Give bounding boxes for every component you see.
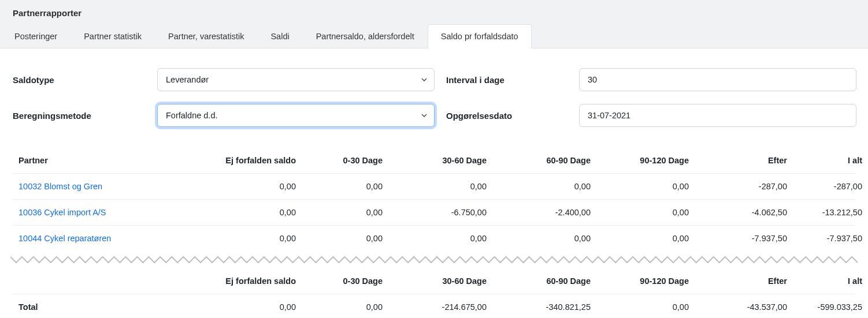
cell-0-30: 0,00 (302, 174, 388, 199)
col-30-60: 30-60 Dage (388, 148, 492, 173)
cell-90-120: 0,00 (596, 200, 695, 225)
table-header-row: Partner Ej forfalden saldo 0-30 Dage 30-… (13, 148, 855, 173)
fcol-60-90: 60-90 Dage (492, 268, 596, 294)
col-total: I alt (793, 148, 868, 173)
truncation-tear (10, 251, 858, 268)
cell-not-due: 0,00 (186, 174, 302, 199)
interval-input-wrap (579, 68, 856, 91)
tab-partner-varestatistik[interactable]: Partner, varestatistik (155, 24, 257, 48)
interval-label: Interval i dage (435, 75, 579, 85)
fcol-total: I alt (793, 268, 868, 294)
table-footer-header-row: Ej forfalden saldo 0-30 Dage 30-60 Dage … (13, 268, 855, 294)
total-0-30: 0,00 (302, 294, 388, 318)
total-total: -599.033,25 (793, 294, 868, 318)
fcol-90-120: 90-120 Dage (596, 268, 695, 294)
partner-link[interactable]: 10032 Blomst og Gren (13, 174, 186, 199)
cell-total: -7.937,50 (793, 226, 868, 251)
tab-partnersaldo-aldersfordelt[interactable]: Partnersaldo, aldersfordelt (303, 24, 428, 48)
partner-link[interactable]: 10044 Cykel reparatøren (13, 226, 186, 251)
col-not-due: Ej forfalden saldo (186, 148, 302, 173)
cell-0-30: 0,00 (302, 200, 388, 225)
saldotype-label: Saldotype (13, 75, 157, 85)
saldotype-select[interactable]: Leverandør (157, 68, 435, 91)
tab-posteringer[interactable]: Posteringer (1, 24, 71, 48)
tab-content: Saldotype Leverandør Interval i dage Ber… (0, 48, 868, 318)
table-total-row: Total 0,00 0,00 -214.675,00 -340.821,25 … (13, 294, 855, 318)
cell-after: -287,00 (695, 174, 793, 199)
total-label: Total (13, 294, 186, 318)
saldotype-select-wrap: Leverandør (157, 68, 435, 91)
partner-link[interactable]: 10036 Cykel import A/S (13, 200, 186, 225)
fcol-0-30: 0-30 Dage (302, 268, 388, 294)
cell-total: -287,00 (793, 174, 868, 199)
total-30-60: -214.675,00 (388, 294, 492, 318)
total-90-120: 0,00 (596, 294, 695, 318)
cell-90-120: 0,00 (596, 174, 695, 199)
tab-partner-statistik[interactable]: Partner statistik (71, 24, 155, 48)
cell-30-60: 0,00 (388, 226, 492, 251)
fcol-30-60: 30-60 Dage (388, 268, 492, 294)
table-row: 10036 Cykel import A/S 0,00 0,00 -6.750,… (13, 199, 855, 225)
tab-saldo-pr-forfaldsdato[interactable]: Saldo pr forfaldsdato (428, 24, 532, 48)
opgorelsesdato-input-wrap (579, 104, 856, 127)
opgorelsesdato-label: Opgørelsesdato (435, 111, 579, 121)
cell-0-30: 0,00 (302, 226, 388, 251)
col-90-120: 90-120 Dage (596, 148, 695, 173)
filter-form: Saldotype Leverandør Interval i dage Ber… (13, 68, 855, 127)
opgorelsesdato-input[interactable] (579, 104, 856, 127)
cell-60-90: -2.400,00 (492, 200, 596, 225)
tab-saldi[interactable]: Saldi (257, 24, 302, 48)
total-after: -43.537,00 (695, 294, 793, 318)
cell-30-60: 0,00 (388, 174, 492, 199)
cell-90-120: 0,00 (596, 226, 695, 251)
tab-bar: Posteringer Partner statistik Partner, v… (0, 24, 868, 48)
col-0-30: 0-30 Dage (302, 148, 388, 173)
cell-60-90: 0,00 (492, 174, 596, 199)
cell-30-60: -6.750,00 (388, 200, 492, 225)
cell-not-due: 0,00 (186, 226, 302, 251)
page-title: Partnerrapporter (13, 8, 855, 18)
cell-total: -13.212,50 (793, 200, 868, 225)
cell-60-90: 0,00 (492, 226, 596, 251)
table-row: 10044 Cykel reparatøren 0,00 0,00 0,00 0… (13, 225, 855, 251)
table-row: 10032 Blomst og Gren 0,00 0,00 0,00 0,00… (13, 173, 855, 199)
interval-input[interactable] (579, 68, 856, 91)
fcol-not-due: Ej forfalden saldo (186, 268, 302, 294)
cell-after: -7.937,50 (695, 226, 793, 251)
beregningsmetode-label: Beregningsmetode (13, 111, 157, 121)
beregningsmetode-select[interactable]: Forfaldne d.d. (157, 104, 435, 127)
cell-after: -4.062,50 (695, 200, 793, 225)
page-header: Partnerrapporter (0, 0, 868, 24)
col-partner: Partner (13, 148, 186, 173)
col-after: Efter (695, 148, 793, 173)
total-60-90: -340.821,25 (492, 294, 596, 318)
total-not-due: 0,00 (186, 294, 302, 318)
aging-table: Partner Ej forfalden saldo 0-30 Dage 30-… (13, 148, 855, 318)
cell-not-due: 0,00 (186, 200, 302, 225)
col-60-90: 60-90 Dage (492, 148, 596, 173)
fcol-after: Efter (695, 268, 793, 294)
beregningsmetode-select-wrap: Forfaldne d.d. (157, 104, 435, 127)
